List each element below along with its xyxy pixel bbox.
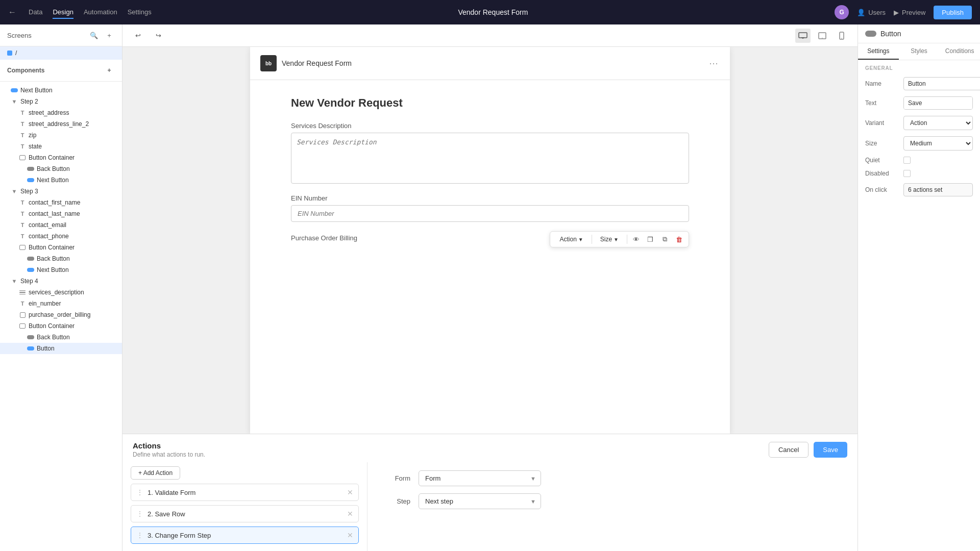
nav-design[interactable]: Design [53, 6, 73, 19]
action-item-1[interactable]: ⋮ 1. Validate Form ✕ [131, 484, 359, 501]
checkbox-icon [18, 311, 27, 319]
tree-contact-phone[interactable]: T contact_phone [0, 231, 122, 242]
topbar-right: G 👤 Users ▶ Preview Publish [835, 5, 972, 19]
form-menu-dots[interactable]: ⋯ [709, 58, 720, 69]
nav-data[interactable]: Data [29, 6, 42, 19]
users-button[interactable]: 👤 Users [857, 9, 886, 16]
text-icon: T [18, 299, 27, 308]
cancel-button[interactable]: Cancel [769, 442, 808, 458]
quiet-checkbox[interactable] [903, 157, 911, 164]
tree-zip[interactable]: T zip [0, 130, 122, 141]
tree-contact-last[interactable]: T contact_last_name [0, 208, 122, 219]
onclick-label: On click [865, 186, 898, 193]
screen-item-label: / [15, 49, 17, 57]
tree-contact-email[interactable]: T contact_email [0, 219, 122, 231]
btn-icon [10, 86, 18, 94]
save-button[interactable]: Save [814, 442, 847, 458]
tree-back-btn-1[interactable]: Back Button [0, 163, 122, 174]
redo-button[interactable]: ↪ [151, 29, 165, 43]
right-sidebar-header: Button [858, 24, 980, 43]
close-icon-1[interactable]: ✕ [347, 488, 353, 496]
form-card: bb Vendor Request Form ⋯ New Vendor Requ… [250, 47, 730, 434]
tree-back-btn-2[interactable]: Back Button [0, 253, 122, 264]
close-icon-3[interactable]: ✕ [347, 531, 353, 539]
action-item-2[interactable]: ⋮ 2. Save Row ✕ [131, 505, 359, 522]
add-component-btn[interactable]: + [104, 65, 115, 76]
close-icon-2[interactable]: ✕ [347, 510, 353, 518]
component-label: Button [880, 30, 901, 38]
nav-automation[interactable]: Automation [84, 6, 117, 19]
tree-po-billing[interactable]: purchase_order_billing [0, 309, 122, 320]
services-desc-input[interactable] [291, 133, 689, 184]
onclick-value[interactable]: 6 actions set [903, 183, 973, 196]
quiet-label: Quiet [865, 157, 898, 164]
tree-step2[interactable]: ▼ Step 2 [0, 96, 122, 107]
tree-step3[interactable]: ▼ Step 3 [0, 186, 122, 197]
duplicate-icon-btn[interactable]: ⧉ [659, 234, 670, 245]
tree-services-desc[interactable]: services_description [0, 287, 122, 298]
step-select[interactable]: Next step Previous step First step Last … [419, 493, 541, 509]
screen-item-root[interactable]: / [0, 46, 122, 60]
nav-settings[interactable]: Settings [128, 6, 152, 19]
actions-panel: Actions Define what actions to run. Canc… [122, 434, 857, 551]
tree-next-btn-s2[interactable]: Next Button [0, 174, 122, 186]
brand-logo: bb [260, 55, 277, 71]
back-button[interactable]: ← [8, 8, 16, 17]
tree-button-s4[interactable]: Button [0, 343, 122, 354]
search-icon-btn[interactable]: 🔍 [88, 30, 100, 41]
brand-name: Vendor Request Form [282, 59, 352, 67]
po-label: Purchase Order Billing [291, 234, 357, 242]
ein-input[interactable] [291, 205, 689, 222]
tree-ein-number[interactable]: T ein_number [0, 298, 122, 309]
services-desc-label: Services Description [291, 122, 689, 130]
expand-icon-btn[interactable]: ❐ [645, 234, 656, 245]
tree-state[interactable]: T state [0, 141, 122, 152]
tablet-view-button[interactable] [815, 29, 830, 43]
tree-street-address-2[interactable]: T street_address_line_2 [0, 118, 122, 130]
add-action-button[interactable]: + Add Action [131, 466, 180, 480]
tree-step4[interactable]: ▼ Step 4 [0, 276, 122, 287]
publish-button[interactable]: Publish [934, 6, 972, 19]
size-select[interactable]: Medium Small Large [903, 136, 973, 151]
tree-btn-container-1[interactable]: Button Container [0, 152, 122, 163]
tree-next-button-1[interactable]: Next Button [0, 85, 122, 96]
toolbar-divider-2 [627, 235, 627, 244]
delete-icon-btn[interactable]: 🗑 [673, 234, 684, 245]
svg-point-6 [841, 38, 842, 38]
text-icon: T [18, 198, 27, 207]
size-dropdown-btn[interactable]: Size ▼ [595, 234, 624, 244]
right-tabs: Settings Styles Conditions [858, 43, 980, 60]
desktop-view-button[interactable] [795, 29, 811, 43]
tree-btn-container-2[interactable]: Button Container [0, 242, 122, 253]
actions-panel-body: + Add Action ⋮ 1. Validate Form ✕ ⋮ 2. S… [122, 462, 857, 551]
form-select[interactable]: Form [419, 470, 541, 486]
services-desc-field: Services Description [291, 122, 689, 185]
tree-next-btn-s3[interactable]: Next Button [0, 264, 122, 276]
name-input[interactable] [903, 77, 980, 90]
text-input[interactable] [904, 97, 973, 109]
action-item-3[interactable]: ⋮ 3. Change Form Step ✕ [131, 527, 359, 544]
center-column: ↩ ↪ bb [122, 24, 857, 551]
tab-conditions[interactable]: Conditions [939, 43, 980, 60]
eye-icon-btn[interactable]: 👁 [630, 234, 642, 245]
tree-btn-container-3[interactable]: Button Container [0, 320, 122, 332]
add-screen-btn[interactable]: + [104, 30, 115, 41]
tree-street-address[interactable]: T street_address [0, 107, 122, 118]
preview-button[interactable]: ▶ Preview [894, 9, 925, 16]
ein-field: EIN Number [291, 194, 689, 222]
actions-panel-title-group: Actions Define what actions to run. [133, 441, 205, 458]
tree-contact-first[interactable]: T contact_first_name [0, 197, 122, 208]
undo-button[interactable]: ↩ [131, 29, 145, 43]
drag-handle-icon: ⋮ [136, 488, 143, 496]
chevron-down-icon-2: ▼ [614, 237, 619, 242]
tree-back-btn-3[interactable]: Back Button [0, 332, 122, 343]
tab-styles[interactable]: Styles [899, 43, 940, 60]
disabled-checkbox[interactable] [903, 170, 911, 177]
variant-select[interactable]: Action Primary Secondary [903, 116, 973, 130]
tab-settings[interactable]: Settings [858, 43, 899, 60]
actions-config: Form Form ▼ Step [368, 462, 857, 551]
mobile-view-button[interactable] [834, 29, 849, 43]
action-label-3: 3. Change Form Step [148, 532, 343, 539]
container-icon [18, 322, 27, 330]
action-dropdown-btn[interactable]: Action ▼ [554, 234, 588, 244]
